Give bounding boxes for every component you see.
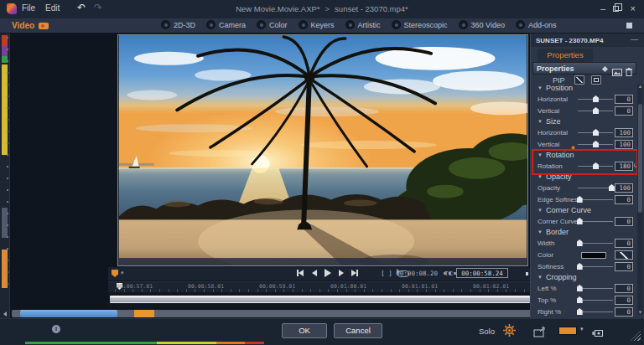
value-box[interactable]: 100	[615, 140, 633, 149]
solo-label[interactable]: Solo	[479, 327, 495, 336]
tab-stereoscopic[interactable]: Stereoscopic	[392, 20, 448, 29]
marker-dropdown-icon[interactable]: ▾	[121, 270, 124, 276]
slider-handle[interactable]	[609, 184, 615, 191]
tab-label: Stereoscopic	[404, 21, 448, 29]
slider-track[interactable]	[578, 266, 613, 267]
section-header-corner-curve[interactable]: ▼Corner Curve	[532, 206, 636, 216]
color-swatch[interactable]	[581, 252, 606, 259]
go-to-start-button[interactable]	[297, 270, 304, 276]
value-box[interactable]: 0	[615, 95, 633, 104]
tab-color[interactable]: Color	[257, 20, 288, 29]
value-box[interactable]: 0	[615, 262, 633, 271]
export-icon[interactable]	[533, 326, 548, 341]
value-box[interactable]: 180	[615, 162, 633, 171]
slider-track[interactable]	[578, 243, 613, 244]
section-header-cropping[interactable]: ▼Cropping	[532, 273, 636, 283]
slider-handle[interactable]	[577, 239, 583, 246]
value-box[interactable]: 0	[615, 239, 633, 248]
section-header-position[interactable]: ▼Position	[532, 84, 636, 94]
tab-add-ons[interactable]: Add-ons	[516, 20, 557, 29]
value-box[interactable]: 100	[615, 183, 633, 193]
slider-track[interactable]	[578, 288, 613, 289]
tab-keyers[interactable]: Keyers	[299, 20, 335, 29]
slider-track[interactable]	[578, 300, 613, 301]
cancel-button[interactable]: Cancel	[334, 323, 382, 338]
scrollbar-thumb[interactable]	[638, 104, 642, 213]
gear-icon[interactable]	[503, 324, 516, 340]
info-icon[interactable]: i	[52, 325, 60, 333]
navigator-arrow-icon[interactable]	[3, 312, 7, 317]
navigator-view-region[interactable]	[20, 310, 117, 317]
tab-label: Add-ons	[528, 21, 557, 29]
tab-properties[interactable]: Properties	[538, 49, 593, 62]
editor-tab-bar: Video 2D-3DCameraColorKeyersArtisticSter…	[0, 18, 644, 33]
value-box[interactable]: 100	[615, 128, 633, 137]
tab-artistic[interactable]: Artistic	[345, 20, 381, 29]
timeline-navigator[interactable]	[12, 310, 532, 317]
value-box[interactable]: 0	[615, 284, 633, 293]
navigator-clip-marker[interactable]	[134, 310, 154, 317]
slider-handle[interactable]	[593, 95, 599, 102]
value-box[interactable]: 0	[615, 217, 633, 226]
scroll-up-icon[interactable]: ▲	[637, 84, 643, 89]
diamond-icon[interactable]	[602, 66, 608, 72]
slider-track[interactable]	[578, 221, 613, 222]
step-back-button[interactable]	[312, 270, 317, 276]
slider-handle[interactable]	[593, 129, 599, 136]
close-button[interactable]: ×	[631, 3, 636, 14]
window-resize-handle[interactable]	[631, 331, 641, 341]
scroll-down-icon[interactable]: ▼	[637, 310, 643, 315]
tab-2d-3d[interactable]: 2D-3D	[161, 20, 195, 29]
compare-view-icon[interactable]	[592, 327, 605, 342]
slider-handle[interactable]	[593, 162, 599, 169]
panel-collapse-button[interactable]: —	[631, 35, 638, 44]
minimize-button[interactable]: –	[600, 3, 605, 14]
value-box[interactable]: 0	[615, 307, 633, 317]
color-picker-button[interactable]	[615, 250, 633, 260]
slider-handle[interactable]	[577, 308, 583, 315]
value-box[interactable]: 0	[615, 195, 633, 204]
slider-track[interactable]	[578, 166, 613, 167]
slider-track[interactable]	[578, 312, 613, 312]
section-header-border[interactable]: ▼Border	[532, 228, 636, 238]
restore-button[interactable]	[613, 6, 619, 12]
slider-handle[interactable]	[593, 141, 599, 147]
slider-track[interactable]	[578, 144, 613, 145]
step-forward-button[interactable]	[339, 270, 344, 276]
tab-video[interactable]: Video	[12, 21, 49, 30]
clip-bar[interactable]	[110, 296, 530, 303]
slider-handle[interactable]	[577, 296, 583, 303]
section-header-rotation[interactable]: ▼Rotation	[532, 151, 636, 161]
tab-360-video[interactable]: 360 Video	[459, 20, 505, 29]
property-row-opacity: Opacity100	[532, 183, 636, 194]
timecode-box[interactable]: 00:00:58.24	[456, 268, 508, 278]
slider-track[interactable]	[578, 199, 613, 200]
value-box[interactable]: 0	[615, 106, 633, 116]
slider-track[interactable]	[578, 188, 613, 188]
panel-toggle-icon[interactable]	[626, 23, 632, 28]
swatch-dropdown-icon[interactable]: ▾	[580, 326, 584, 332]
section-header-opacity[interactable]: ▼Opacity	[532, 172, 636, 183]
timeline-ruler[interactable]: 00:00:57.0100:00:58.0100:00:59.0100:01:0…	[108, 281, 532, 292]
marker-icon[interactable]	[112, 270, 118, 277]
tab-list: 2D-3DCameraColorKeyersArtisticStereoscop…	[161, 20, 557, 29]
slider-handle[interactable]	[593, 107, 599, 114]
property-label: Edge Softness	[538, 196, 581, 203]
ok-button[interactable]: OK	[282, 323, 327, 338]
background-color-swatch[interactable]	[558, 327, 577, 335]
play-button[interactable]	[325, 269, 331, 277]
slider-track[interactable]	[578, 111, 613, 111]
tab-icon	[392, 20, 401, 29]
slider-handle[interactable]	[577, 285, 583, 291]
tab-camera[interactable]: Camera	[206, 20, 246, 29]
track-minimap-strip[interactable]	[0, 33, 10, 318]
keyframe-indicator[interactable]	[571, 146, 575, 150]
slider-track[interactable]	[578, 132, 613, 133]
slider-handle[interactable]	[577, 263, 583, 270]
value-box[interactable]: 0	[615, 296, 633, 305]
slider-track[interactable]	[578, 99, 613, 100]
panel-scrollbar[interactable]: ▲ ▼	[637, 84, 643, 315]
go-to-end-button[interactable]	[351, 270, 358, 276]
video-preview[interactable]	[117, 34, 528, 266]
section-header-size[interactable]: ▼Size	[532, 117, 636, 127]
